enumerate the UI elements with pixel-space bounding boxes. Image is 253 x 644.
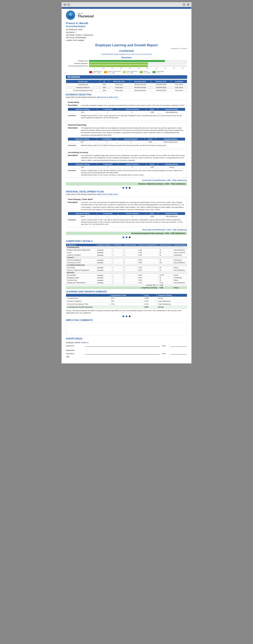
ls-row-competencies: Competencies 60% 3.868 Strong (66, 297, 187, 300)
help-btn[interactable]: ? (182, 3, 185, 6)
period-from: 2021-01-01 (97, 96, 106, 98)
employee-name: Franco G. Berutti (66, 22, 187, 25)
dots-row-2 (66, 236, 187, 238)
obj-hdr-rating-1: Evaluated Rating (156, 138, 185, 140)
strong-note: Strong. Learning and growth exceeded or … (66, 310, 187, 314)
summary-axis: 0 0.5 1.0 1.5 2.0 2.5 3.0 3.5 4.0 4.5 5.… (90, 68, 187, 69)
city-of-label: City of (77, 12, 94, 14)
comp-points-rem: 20 (159, 269, 173, 271)
rev-name-2: Michelle Demian (129, 89, 151, 92)
pdp-hdr-reviews: # of Reviews (97, 212, 118, 215)
obj-rating-1: Needs Improvement (156, 140, 185, 144)
comp-name-goal: Goal Setting (66, 266, 96, 269)
ls-org-pdp: 15% (110, 302, 143, 306)
comp-cat-label-interpersonal: INTERPERSONAL (66, 246, 187, 249)
comp-score-goal: 4.000 (137, 266, 159, 269)
supervisor-sig-line: (Signature) Date: (66, 352, 187, 354)
axis-0: 0 (90, 68, 99, 69)
rev-role-0: SUPERVISOR (151, 83, 171, 86)
comp-cat-label-capacity: CAPACITY (66, 256, 187, 259)
comp-category-interpersonal: INTERPERSONAL (66, 246, 187, 249)
close-btn[interactable]: ✕ (187, 3, 190, 6)
supervisor-sig-label: (Signature) (66, 352, 83, 354)
comp-cannot-ei: 0 (123, 259, 137, 261)
obj-productivity-table: Importance Rating # of Reviews Cannot Co… (68, 108, 185, 114)
learning-summary-title: LEARNING AND GROWTH SUMMARY (66, 290, 187, 293)
review-period: SUPERVISOR review feedback from 2021-07-… (66, 53, 187, 55)
bo-overall-label: Fiscal 2021 Overall Results: (142, 179, 165, 181)
ls-org-bus: 25% (110, 300, 143, 302)
dots-row-1 (66, 187, 187, 189)
pdp-summary-bar: Personal Development Plan Summary: 3.000… (66, 232, 187, 235)
obj-hdr-cannot-1: Cannot Comment (117, 138, 145, 140)
comp-cannot-customer: 0 (123, 254, 137, 256)
comp-cannot-bcr: 0 (123, 249, 137, 251)
employee-sig-underline (85, 346, 160, 347)
ls-name-bus: Business Objective (66, 300, 110, 302)
obj-hdr-rating-2: Evaluated Rating (158, 163, 185, 166)
comp-total-calc: 282 346 / 385 * 3 (66, 284, 159, 286)
comp-dots-integrity: ●●●●●●● (96, 281, 112, 284)
comments-label-2: Comments: (68, 170, 79, 176)
bo-summary-value: 3.000 - Fully Satisfactory (164, 183, 185, 185)
desc-label-2: Description: (68, 154, 79, 162)
comp-name-customer: Customer Orientation (66, 254, 96, 256)
rev-workplan-0: Fiscal 2021 (108, 83, 129, 86)
obj-teamwork-table: Importance Rating # of Reviews Cannot Co… (68, 212, 185, 218)
dot-2b (126, 236, 127, 238)
summary-bar-business: Business Objective (66, 62, 187, 64)
supervisor-sig-underline (85, 354, 160, 354)
pdp-reviews: 1 (97, 215, 118, 218)
obj-score-1: 2.000 (145, 140, 156, 144)
desc-label-1: Description: (68, 127, 79, 136)
obj-productivity-comments: Comments: Michelle Demian (2021-07-30): … (68, 115, 185, 119)
obj-cannot-0: 0 (118, 111, 146, 114)
employee-sig-label: (Signature) (66, 345, 83, 347)
obj-hdr-reviews-0: # of Reviews (97, 108, 118, 111)
dots-row-3 (66, 315, 187, 318)
rev-id-1: 1545 (100, 86, 109, 89)
rev-col-id: ID (100, 80, 109, 83)
comp-summary-score: 3.868 (159, 286, 173, 289)
comp-category-planning: PLANNING/SCHEDULING (66, 264, 187, 266)
employee-info: Job Reference: 0046 Pay Band: K Job Fami… (66, 28, 187, 42)
rev-completed-2: 2021-08-20 (171, 89, 187, 92)
comp-name-bcr: Building Collaborative Relationships (66, 249, 96, 251)
period-to: 2021-12-31 (109, 96, 118, 98)
comp-name-lg: Learning and Growth (66, 261, 96, 264)
city-name: Thurwood (77, 14, 94, 18)
comp-reviews-goal: 1 (112, 266, 123, 269)
comp-dots-ei: ●●●●●●● (96, 259, 112, 261)
logo-area: City of Thurwood (66, 10, 187, 20)
bar-label-competencies: Competencies (66, 60, 89, 62)
competency-title: COMPETENCY DETAILS (66, 240, 187, 242)
comp-name-ei: Emotional Intelligence (66, 259, 96, 261)
rev-type-0: Competencies (66, 83, 100, 86)
legend-strong: Strong 3.5 - 4.499 (140, 71, 150, 74)
legend-label-fully-satisfactory: Fully Satisfactory (127, 71, 138, 72)
report-window: ▭ □ ? ✕ City of (62, 2, 191, 364)
titlebar: ▭ □ ? ✕ (62, 2, 191, 7)
expand-btn[interactable]: □ (67, 3, 70, 6)
job-family: Job Family: Finance / Assessment (66, 34, 187, 36)
comp-row-mc: Managing Change ●●●●●●● 1 0 5.000 35 Out… (66, 276, 187, 279)
pdp-period-from: 2021-01-01 (97, 193, 106, 196)
obj-rating-0: Fully Satisfactory (158, 111, 185, 114)
learning-summary-table: Organization Value Score Evaluated Ratin… (66, 294, 187, 308)
obj-financial-desc: Description: The department is known wit… (68, 127, 185, 136)
city-logo (66, 10, 75, 20)
comp-points-tech: 32 (159, 279, 173, 281)
minimize-btn[interactable]: ▭ (63, 3, 66, 6)
comp-hdr-cannot: Cannot Comment (123, 244, 137, 246)
comp-rating-lg: Fully Satisfactory (173, 261, 187, 264)
axis-4.5: 4.5 (169, 68, 178, 69)
job-reference: Job Reference: 0046 (66, 28, 187, 31)
obj-accounting-comments: Comments: Franco G. Berutti (2021-07-29)… (68, 170, 185, 176)
obj-hdr-importance-0: Importance Rating (68, 108, 97, 111)
desc-label-0: Description: (68, 104, 79, 106)
comp-cannot-caring: 0 (123, 251, 137, 254)
obj-teamwork-desc: Description: Last year, one of the most … (68, 201, 185, 211)
obj-reviews-2: 1 (97, 166, 118, 168)
comp-cannot-integrity: 0 (123, 281, 137, 284)
comments-text-pdp: Franco G. Berutti (2021-07-29): I was ab… (81, 219, 185, 226)
